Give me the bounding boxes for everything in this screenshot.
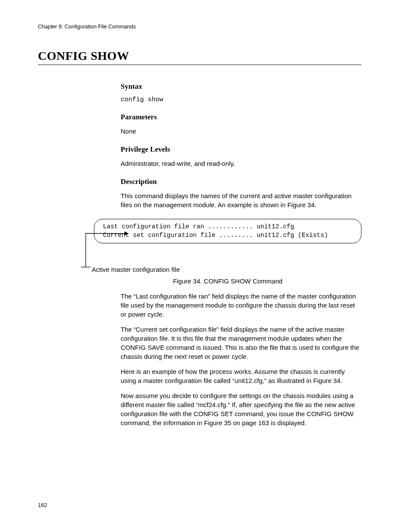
callout-label: Active master configuration file [92, 266, 180, 273]
paragraph-4: Now assume you decide to configure the s… [121, 391, 361, 427]
content-block: Syntax config show Parameters None Privi… [121, 82, 361, 209]
page-number: 162 [38, 502, 47, 508]
paragraph-2: The “Current set configuration file” fie… [121, 325, 361, 361]
syntax-code: config show [121, 96, 361, 103]
terminal-line-2: Current set configuration file .........… [103, 232, 328, 239]
page-title: CONFIG SHOW [38, 49, 361, 65]
paragraph-1: The “Last configuration file ran” field … [121, 292, 361, 319]
privilege-text: Administrator, read-write, and read-only… [121, 159, 361, 168]
chapter-header: Chapter 9: Configuration File Commands [38, 24, 361, 30]
page-container: Chapter 9: Configuration File Commands C… [0, 0, 411, 451]
syntax-heading: Syntax [121, 82, 361, 91]
svg-marker-0 [125, 231, 128, 236]
callout-arrow-icon [79, 221, 135, 272]
privilege-heading: Privilege Levels [121, 145, 361, 154]
parameters-text: None [121, 127, 361, 136]
callout-container: Active master configuration file [79, 248, 361, 276]
paragraph-3: Here is an example of how the process wo… [121, 367, 361, 385]
description-body: The “Last configuration file ran” field … [121, 292, 361, 427]
parameters-heading: Parameters [121, 113, 361, 121]
description-intro: This command displays the names of the c… [121, 191, 361, 209]
description-heading: Description [121, 177, 361, 186]
figure-caption: Figure 34. CONFIG SHOW Command [94, 277, 361, 285]
